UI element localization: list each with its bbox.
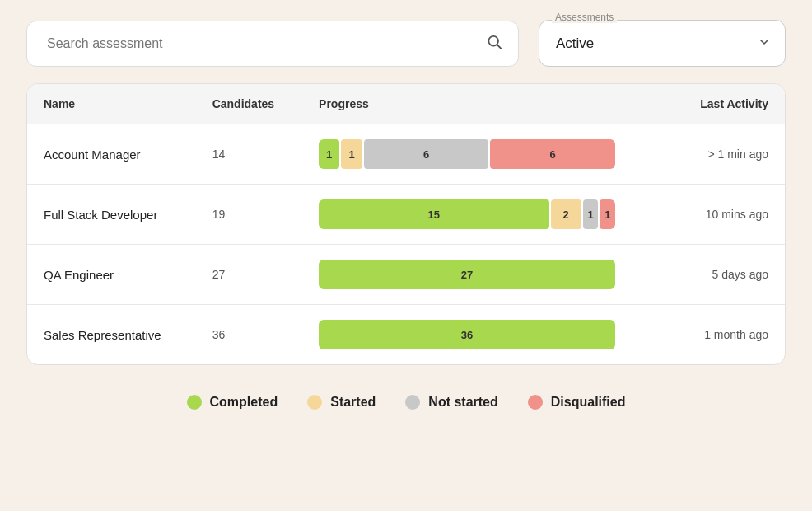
legend-item-completed: Completed bbox=[187, 395, 278, 410]
cell-candidates: 14 bbox=[196, 124, 302, 185]
col-header-progress: Progress bbox=[302, 84, 671, 124]
assessments-table-container: Name Candidates Progress Last Activity A… bbox=[26, 83, 786, 365]
legend-dot-disqualified bbox=[528, 395, 543, 410]
table-row: Account Manager 14 1166 > 1 min ago bbox=[27, 124, 785, 185]
table-row: Sales Representative 36 36 1 month ago bbox=[27, 305, 785, 365]
legend-label-completed: Completed bbox=[210, 395, 278, 410]
table-header-row: Name Candidates Progress Last Activity bbox=[27, 84, 785, 124]
assessments-label: Assessments bbox=[552, 12, 617, 23]
progress-bar: 15211 bbox=[319, 199, 615, 229]
cell-candidates: 19 bbox=[196, 185, 302, 245]
cell-candidates: 27 bbox=[196, 245, 302, 305]
table-row: QA Engineer 27 27 5 days ago bbox=[27, 245, 785, 305]
progress-bar: 1166 bbox=[319, 139, 615, 169]
bar-disqualified: 6 bbox=[490, 139, 615, 169]
legend-label-disqualified: Disqualified bbox=[551, 395, 626, 410]
legend-item-not_started: Not started bbox=[405, 395, 497, 410]
legend-label-not_started: Not started bbox=[428, 395, 497, 410]
legend-dot-completed bbox=[187, 395, 202, 410]
cell-activity: 1 month ago bbox=[671, 305, 785, 365]
assessments-table: Name Candidates Progress Last Activity A… bbox=[27, 84, 785, 364]
cell-name: Full Stack Developer bbox=[27, 185, 196, 245]
cell-activity: 10 mins ago bbox=[671, 185, 785, 245]
progress-bar: 27 bbox=[319, 260, 615, 289]
cell-progress: 1166 bbox=[302, 124, 671, 185]
legend-label-started: Started bbox=[330, 395, 376, 410]
search-wrapper bbox=[26, 21, 519, 67]
bar-not_started: 1 bbox=[583, 199, 599, 229]
col-header-name: Name bbox=[27, 84, 196, 124]
table-row: Full Stack Developer 19 15211 10 mins ag… bbox=[27, 185, 785, 245]
assessments-dropdown[interactable]: Active Archived All bbox=[539, 20, 786, 67]
search-icon bbox=[486, 33, 502, 54]
cell-activity: > 1 min ago bbox=[671, 124, 785, 185]
svg-line-1 bbox=[497, 45, 502, 49]
header-row: Assessments Active Archived All bbox=[26, 20, 786, 67]
legend-item-started: Started bbox=[307, 395, 376, 410]
legend-dot-not_started bbox=[405, 395, 420, 410]
cell-progress: 36 bbox=[302, 305, 671, 365]
bar-completed: 36 bbox=[319, 320, 615, 349]
bar-started: 1 bbox=[341, 139, 362, 169]
legend-item-disqualified: Disqualified bbox=[528, 395, 626, 410]
bar-completed: 1 bbox=[319, 139, 339, 169]
progress-bar: 36 bbox=[319, 320, 615, 349]
bar-disqualified: 1 bbox=[600, 199, 615, 229]
assessments-dropdown-wrapper: Assessments Active Archived All bbox=[539, 20, 786, 67]
col-header-activity: Last Activity bbox=[671, 84, 785, 124]
bar-completed: 15 bbox=[319, 199, 548, 229]
col-header-candidates: Candidates bbox=[196, 84, 302, 124]
cell-name: Account Manager bbox=[27, 124, 196, 185]
bar-started: 2 bbox=[551, 199, 581, 229]
bar-completed: 27 bbox=[319, 260, 615, 289]
cell-activity: 5 days ago bbox=[671, 245, 785, 305]
cell-name: QA Engineer bbox=[27, 245, 196, 305]
legend: Completed Started Not started Disqualifi… bbox=[187, 388, 626, 413]
bar-not_started: 6 bbox=[364, 139, 489, 169]
cell-name: Sales Representative bbox=[27, 305, 196, 365]
cell-candidates: 36 bbox=[196, 305, 302, 365]
cell-progress: 27 bbox=[302, 245, 671, 305]
cell-progress: 15211 bbox=[302, 185, 671, 245]
search-input[interactable] bbox=[26, 21, 519, 67]
legend-dot-started bbox=[307, 395, 322, 410]
